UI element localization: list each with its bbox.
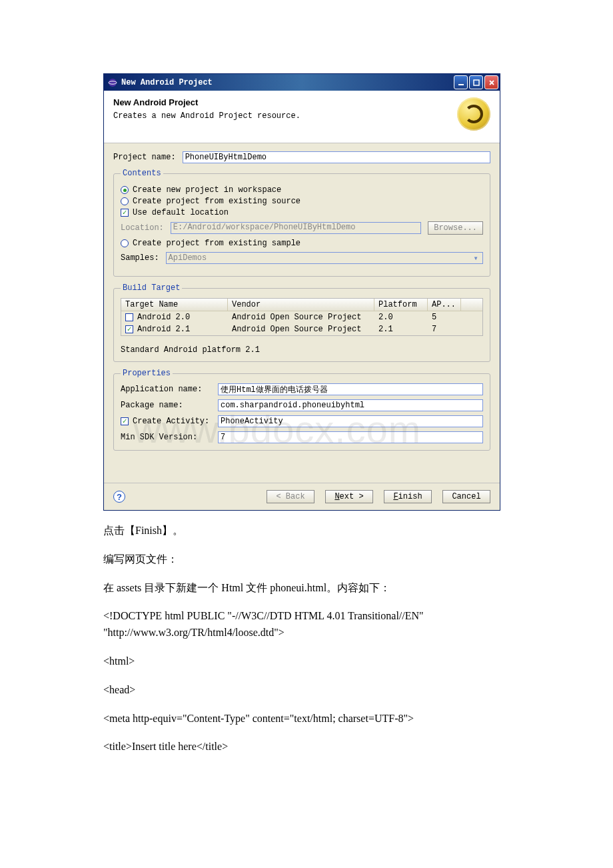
wizard-button-bar: ? < Back Next > Finish Cancel [104,483,500,510]
package-name-input[interactable] [218,399,483,411]
contents-legend: Contents [121,169,163,178]
th-api[interactable]: AP... [428,299,461,311]
doc-code-line: <title>Insert title here</title> [103,739,510,755]
app-name-label: Application name: [121,385,214,394]
contents-group: Contents Create new project in workspace… [113,169,490,277]
radio-create-new-label: Create new project in workspace [133,185,281,195]
table-row[interactable]: ✓Android 2.1 Android Open Source Project… [121,323,482,335]
samples-combo: ApiDemos ▾ [166,252,483,264]
radio-create-new[interactable]: Create new project in workspace [121,185,483,195]
wizard-heading: New Android Project [113,97,457,107]
target-name: Android 2.0 [137,313,190,322]
create-activity-label: Create Activity: [133,417,209,426]
doc-code-line: <!DOCTYPE html PUBLIC "-//W3C//DTD HTML … [103,608,510,641]
wizard-subtitle: Creates a new Android Project resource. [113,111,457,121]
close-button[interactable] [484,75,498,89]
target-vendor: Android Open Source Project [228,312,374,323]
samples-label: Samples: [121,253,159,263]
document-body: 点击【Finish】。 编写网页文件： 在 assets 目录下新建一个 Htm… [103,523,510,755]
doc-code-line: <html> [103,653,510,670]
svg-rect-3 [474,80,479,85]
radio-existing-sample-label: Create project from existing sample [133,239,301,248]
build-target-footer: Standard Android platform 2.1 [121,345,483,355]
doc-code-line: <head> [103,682,510,699]
android-seal-icon [457,97,490,131]
project-name-input[interactable] [183,151,490,163]
radio-existing-source[interactable]: Create project from existing source [121,197,483,206]
min-sdk-input[interactable] [218,431,483,443]
help-icon[interactable]: ? [113,491,125,503]
th-target-name[interactable]: Target Name [121,299,228,311]
samples-value: ApiDemos [169,253,207,263]
build-target-legend: Build Target [121,283,182,293]
build-target-group: Build Target Target Name Vendor Platform… [113,283,490,362]
target-api: 5 [428,312,461,323]
titlebar[interactable]: New Android Project [104,74,500,91]
chevron-down-icon: ▾ [471,253,480,263]
target-vendor: Android Open Source Project [228,324,374,335]
project-name-label: Project name: [113,153,176,162]
target-platform: 2.1 [374,324,428,335]
table-row[interactable]: Android 2.0 Android Open Source Project … [121,311,482,323]
new-android-project-dialog: New Android Project New Android Project … [103,73,500,511]
target-checkbox[interactable] [125,313,133,321]
cancel-button[interactable]: Cancel [442,490,490,503]
target-name: Android 2.1 [137,325,190,334]
radio-existing-source-label: Create project from existing source [133,197,301,206]
checkbox-default-location-label: Use default location [133,208,229,217]
app-name-input[interactable] [218,383,483,395]
doc-paragraph: 在 assets 目录下新建一个 Html 文件 phoneui.html。内容… [103,580,510,597]
svg-rect-2 [458,84,464,85]
svg-point-0 [109,79,117,87]
eclipse-icon [108,78,117,87]
next-button[interactable]: Next > [325,490,373,503]
th-platform[interactable]: Platform [374,299,428,311]
minimize-button[interactable] [454,75,468,89]
back-button: < Back [267,490,314,503]
build-target-table: Target Name Vendor Platform AP... Androi… [121,298,483,336]
browse-button: Browse... [428,221,483,235]
radio-existing-sample[interactable]: Create project from existing sample [121,239,483,248]
target-platform: 2.0 [374,312,428,323]
properties-legend: Properties [121,369,173,378]
window-title: New Android Project [121,78,452,87]
doc-code-line: <meta http-equiv="Content-Type" content=… [103,711,510,727]
maximize-button[interactable] [469,75,483,89]
finish-button[interactable]: Finish [384,490,432,503]
location-input: E:/Android/workspace/PhoneUIByHtmlDemo [171,222,421,234]
create-activity-input[interactable] [218,415,483,427]
wizard-banner: New Android Project Creates a new Androi… [104,91,500,143]
package-name-label: Package name: [121,401,214,410]
doc-paragraph: 点击【Finish】。 [103,523,510,539]
create-activity-checkbox[interactable]: ✓ [121,417,129,425]
checkbox-default-location[interactable]: ✓ Use default location [121,208,483,217]
min-sdk-label: Min SDK Version: [121,433,214,442]
doc-paragraph: 编写网页文件： [103,551,510,568]
th-vendor[interactable]: Vendor [228,299,374,311]
target-api: 7 [428,324,461,335]
target-checkbox[interactable]: ✓ [125,325,133,333]
properties-group: Properties Application name: Package nam… [113,369,490,451]
location-label: Location: [121,223,164,233]
